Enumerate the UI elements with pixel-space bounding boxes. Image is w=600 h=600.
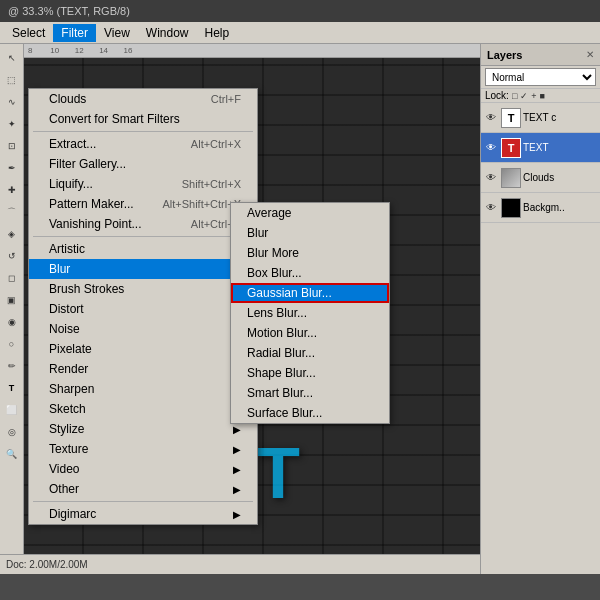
layer-row-background[interactable]: 👁 Backgm.. <box>481 193 600 223</box>
title-bar: @ 33.3% (TEXT, RGB/8) <box>0 0 600 22</box>
blur-submenu-blur[interactable]: Blur <box>231 223 389 243</box>
filter-menu-video[interactable]: Video ▶ <box>29 459 257 479</box>
layer-row-text[interactable]: 👁 T TEXT <box>481 133 600 163</box>
blur-submenu[interactable]: Average Blur Blur More Box Blur... Gauss… <box>230 202 390 424</box>
layer-eye-background[interactable]: 👁 <box>483 200 499 216</box>
tool-select[interactable]: ⬚ <box>2 70 22 90</box>
layer-eye-text-copy[interactable]: 👁 <box>483 110 499 126</box>
tool-move[interactable]: ↖ <box>2 48 22 68</box>
filter-menu-extract[interactable]: Extract... Alt+Ctrl+X <box>29 134 257 154</box>
filter-menu-render[interactable]: Render ▶ <box>29 359 257 379</box>
layers-panel: Layers ✕ Normal Lock: □ ✓ + ■ 👁 T TEXT c… <box>480 44 600 574</box>
filter-menu-artistic[interactable]: Artistic ▶ <box>29 239 257 259</box>
blur-submenu-surface[interactable]: Surface Blur... <box>231 403 389 423</box>
filter-menu-clouds[interactable]: Clouds Ctrl+F <box>29 89 257 109</box>
left-tools: ↖ ⬚ ∿ ✦ ⊡ ✒ ✚ ⌒ ◈ ↺ ◻ ▣ ◉ ○ ✏ T ⬜ ◎ 🔍 <box>0 44 24 574</box>
lock-icon-image[interactable]: ✓ <box>520 91 528 101</box>
menu-help[interactable]: Help <box>197 24 238 42</box>
menu-select[interactable]: Select <box>4 24 53 42</box>
tool-lasso[interactable]: ∿ <box>2 92 22 112</box>
filter-menu-brush-strokes[interactable]: Brush Strokes ▶ <box>29 279 257 299</box>
filter-menu-other[interactable]: Other ▶ <box>29 479 257 499</box>
filter-menu-smart-filters[interactable]: Convert for Smart Filters <box>29 109 257 129</box>
lock-icon-all[interactable]: ■ <box>540 91 545 101</box>
tool-eyedrop[interactable]: ✒ <box>2 158 22 178</box>
tool-3d[interactable]: ◎ <box>2 422 22 442</box>
tool-shape[interactable]: ⬜ <box>2 400 22 420</box>
filter-menu-noise[interactable]: Noise ▶ <box>29 319 257 339</box>
lock-label: Lock: <box>485 90 509 101</box>
filter-menu-gallery[interactable]: Filter Gallery... <box>29 154 257 174</box>
tool-dodge[interactable]: ○ <box>2 334 22 354</box>
layers-mode-select[interactable]: Normal <box>485 68 596 86</box>
filter-menu-texture[interactable]: Texture ▶ <box>29 439 257 459</box>
title-text: @ 33.3% (TEXT, RGB/8) <box>8 5 130 17</box>
filter-menu[interactable]: Clouds Ctrl+F Convert for Smart Filters … <box>28 88 258 525</box>
filter-menu-blur[interactable]: Blur ▶ <box>29 259 257 279</box>
filter-menu-vanishing[interactable]: Vanishing Point... Alt+Ctrl+V <box>29 214 257 234</box>
blur-submenu-radial[interactable]: Radial Blur... <box>231 343 389 363</box>
layer-thumb-text-copy: T <box>501 108 521 128</box>
blur-submenu-gaussian[interactable]: Gaussian Blur... <box>231 283 389 303</box>
blur-submenu-lens[interactable]: Lens Blur... <box>231 303 389 323</box>
layers-panel-close-btn[interactable]: ✕ <box>586 49 594 60</box>
layer-thumb-text: T <box>501 138 521 158</box>
layer-name-background: Backgm.. <box>523 202 565 213</box>
layer-row-clouds[interactable]: 👁 Clouds <box>481 163 600 193</box>
filter-menu-pixelate[interactable]: Pixelate ▶ <box>29 339 257 359</box>
layers-lock-bar: Lock: □ ✓ + ■ <box>481 89 600 103</box>
tool-blur[interactable]: ◉ <box>2 312 22 332</box>
main-layout: ↖ ⬚ ∿ ✦ ⊡ ✒ ✚ ⌒ ◈ ↺ ◻ ▣ ◉ ○ ✏ T ⬜ ◎ 🔍 8 … <box>0 44 600 574</box>
blur-submenu-blur-more[interactable]: Blur More <box>231 243 389 263</box>
menu-bar: Select Filter View Window Help <box>0 22 600 44</box>
tool-brush[interactable]: ⌒ <box>2 202 22 222</box>
filter-divider-3 <box>33 501 253 502</box>
tool-text[interactable]: T <box>2 378 22 398</box>
blur-submenu-box[interactable]: Box Blur... <box>231 263 389 283</box>
layer-thumb-clouds <box>501 168 521 188</box>
status-bar: Doc: 2.00M/2.00M <box>0 554 480 574</box>
tool-clone[interactable]: ◈ <box>2 224 22 244</box>
blur-submenu-smart[interactable]: Smart Blur... <box>231 383 389 403</box>
filter-divider-2 <box>33 236 253 237</box>
tool-eraser[interactable]: ◻ <box>2 268 22 288</box>
blur-submenu-average[interactable]: Average <box>231 203 389 223</box>
layers-panel-header: Layers ✕ <box>481 44 600 66</box>
blur-submenu-motion[interactable]: Motion Blur... <box>231 323 389 343</box>
tool-heal[interactable]: ✚ <box>2 180 22 200</box>
filter-menu-sharpen[interactable]: Sharpen ▶ <box>29 379 257 399</box>
lock-icon-position[interactable]: + <box>531 91 536 101</box>
filter-divider-1 <box>33 131 253 132</box>
filter-menu-distort[interactable]: Distort ▶ <box>29 299 257 319</box>
layer-name-text-copy: TEXT c <box>523 112 556 123</box>
layer-eye-clouds[interactable]: 👁 <box>483 170 499 186</box>
layers-mode-bar: Normal <box>481 66 600 89</box>
layer-thumb-background <box>501 198 521 218</box>
blur-submenu-shape[interactable]: Shape Blur... <box>231 363 389 383</box>
tool-gradient[interactable]: ▣ <box>2 290 22 310</box>
ruler-top: 8 10 12 14 16 <box>24 44 480 58</box>
filter-menu-pattern[interactable]: Pattern Maker... Alt+Shift+Ctrl+X <box>29 194 257 214</box>
menu-window[interactable]: Window <box>138 24 197 42</box>
layer-row-text-copy[interactable]: 👁 T TEXT c <box>481 103 600 133</box>
layers-panel-title: Layers <box>487 49 522 61</box>
status-text: Doc: 2.00M/2.00M <box>6 559 88 570</box>
filter-menu-sketch[interactable]: Sketch ▶ <box>29 399 257 419</box>
tool-history[interactable]: ↺ <box>2 246 22 266</box>
layer-eye-text[interactable]: 👁 <box>483 140 499 156</box>
menu-filter[interactable]: Filter <box>53 24 96 42</box>
tool-pen[interactable]: ✏ <box>2 356 22 376</box>
tool-magic[interactable]: ✦ <box>2 114 22 134</box>
tool-crop[interactable]: ⊡ <box>2 136 22 156</box>
menu-view[interactable]: View <box>96 24 138 42</box>
filter-menu-digimarc[interactable]: Digimarc ▶ <box>29 504 257 524</box>
lock-icon-transparent[interactable]: □ <box>512 91 517 101</box>
filter-menu-liquify[interactable]: Liquify... Shift+Ctrl+X <box>29 174 257 194</box>
layer-name-text: TEXT <box>523 142 549 153</box>
tool-zoom[interactable]: 🔍 <box>2 444 22 464</box>
layer-name-clouds: Clouds <box>523 172 554 183</box>
filter-menu-stylize[interactable]: Stylize ▶ <box>29 419 257 439</box>
